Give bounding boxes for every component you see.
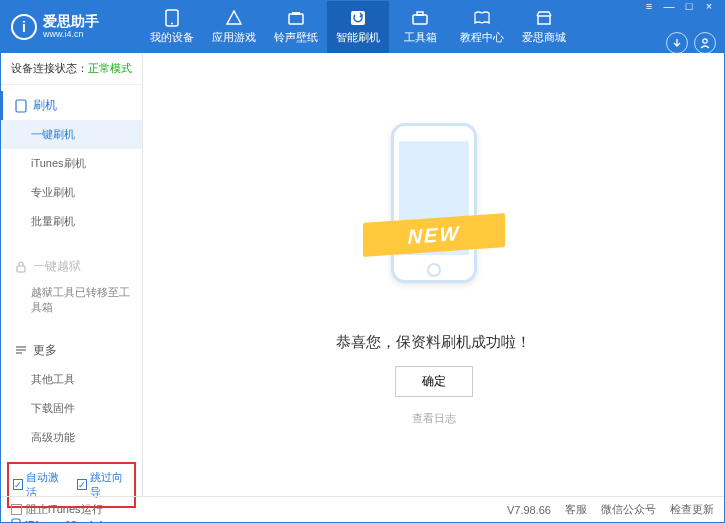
svg-rect-4 xyxy=(351,11,365,25)
brand-name: 爱思助手 xyxy=(43,14,99,29)
logo-area: i 爱思助手 www.i4.cn xyxy=(11,14,141,40)
sidebar: 设备连接状态：正常模式 刷机 一键刷机 iTunes刷机 专业刷机 批量刷机 一… xyxy=(1,53,143,496)
svg-rect-7 xyxy=(538,16,550,24)
svg-rect-3 xyxy=(292,12,300,15)
group-title: 一键越狱 xyxy=(33,258,81,275)
nav-label: 智能刷机 xyxy=(336,30,380,45)
svg-rect-9 xyxy=(16,100,26,112)
svg-rect-10 xyxy=(17,266,25,272)
sidebar-header-flash[interactable]: 刷机 xyxy=(1,91,142,120)
conn-label: 设备连接状态： xyxy=(11,62,88,74)
group-title: 更多 xyxy=(33,342,57,359)
apps-icon xyxy=(225,9,243,27)
sidebar-group-flash: 刷机 一键刷机 iTunes刷机 专业刷机 批量刷机 xyxy=(1,85,142,242)
close-button[interactable]: × xyxy=(702,0,716,12)
main-content: NEW 恭喜您，保资料刷机成功啦！ 确定 查看日志 xyxy=(143,53,724,496)
status-bar: 阻止iTunes运行 V7.98.66 客服 微信公众号 检查更新 xyxy=(1,496,724,522)
store-icon xyxy=(535,9,553,27)
connection-status: 设备连接状态：正常模式 xyxy=(1,53,142,85)
checkbox-icon: ✓ xyxy=(13,479,23,490)
sidebar-item-advanced[interactable]: 高级功能 xyxy=(1,423,142,452)
checkbox-icon: ✓ xyxy=(77,479,87,490)
minimize-button[interactable]: — xyxy=(662,0,676,12)
new-ribbon: NEW xyxy=(363,213,505,257)
list-icon xyxy=(15,345,27,355)
brand-url: www.i4.cn xyxy=(43,30,99,40)
success-message: 恭喜您，保资料刷机成功啦！ xyxy=(336,333,531,352)
nav-flash[interactable]: 智能刷机 xyxy=(327,1,389,53)
group-title: 刷机 xyxy=(33,97,57,114)
nav-store[interactable]: 爱思商城 xyxy=(513,1,575,53)
conn-value: 正常模式 xyxy=(88,62,132,74)
checkbox-label: 阻止iTunes运行 xyxy=(26,502,103,517)
top-nav: 我的设备 应用游戏 铃声壁纸 智能刷机 工具箱 教程中心 xyxy=(141,1,642,53)
version-label: V7.98.66 xyxy=(507,504,551,516)
nav-tutorials[interactable]: 教程中心 xyxy=(451,1,513,53)
phone-illustration: NEW xyxy=(369,123,499,303)
svg-rect-2 xyxy=(289,14,303,24)
nav-my-device[interactable]: 我的设备 xyxy=(141,1,203,53)
nav-label: 工具箱 xyxy=(404,30,437,45)
maximize-button[interactable]: □ xyxy=(682,0,696,12)
svg-rect-5 xyxy=(413,15,427,24)
sidebar-item-download-fw[interactable]: 下载固件 xyxy=(1,394,142,423)
jailbreak-note: 越狱工具已转移至工具箱 xyxy=(1,281,142,320)
wallpaper-icon xyxy=(287,9,305,27)
nav-label: 铃声壁纸 xyxy=(274,30,318,45)
sidebar-header-more[interactable]: 更多 xyxy=(1,336,142,365)
svg-point-1 xyxy=(171,23,173,25)
sidebar-item-pro-flash[interactable]: 专业刷机 xyxy=(1,178,142,207)
sidebar-group-more: 更多 其他工具 下载固件 高级功能 xyxy=(1,330,142,458)
view-log-link[interactable]: 查看日志 xyxy=(412,411,456,426)
checkbox-block-itunes[interactable]: 阻止iTunes运行 xyxy=(11,502,103,517)
window-controls: ≡ — □ × xyxy=(642,0,716,12)
nav-label: 爱思商城 xyxy=(522,30,566,45)
svg-point-8 xyxy=(703,39,707,43)
sidebar-item-itunes-flash[interactable]: iTunes刷机 xyxy=(1,149,142,178)
download-icon xyxy=(671,37,683,49)
sidebar-item-other-tools[interactable]: 其他工具 xyxy=(1,365,142,394)
app-window: i 爱思助手 www.i4.cn 我的设备 应用游戏 铃声壁纸 智能刷机 xyxy=(0,0,725,523)
svg-rect-6 xyxy=(417,12,423,15)
wechat-link[interactable]: 微信公众号 xyxy=(601,502,656,517)
download-button[interactable] xyxy=(666,32,688,54)
nav-ringtones[interactable]: 铃声壁纸 xyxy=(265,1,327,53)
nav-label: 教程中心 xyxy=(460,30,504,45)
flash-icon xyxy=(349,9,367,27)
logo-icon: i xyxy=(11,14,37,40)
update-link[interactable]: 检查更新 xyxy=(670,502,714,517)
checkbox-icon xyxy=(11,504,22,515)
nav-apps[interactable]: 应用游戏 xyxy=(203,1,265,53)
toolbox-icon xyxy=(411,9,429,27)
nav-label: 我的设备 xyxy=(150,30,194,45)
body: 设备连接状态：正常模式 刷机 一键刷机 iTunes刷机 专业刷机 批量刷机 一… xyxy=(1,53,724,496)
nav-toolbox[interactable]: 工具箱 xyxy=(389,1,451,53)
sidebar-header-jailbreak: 一键越狱 xyxy=(1,252,142,281)
sidebar-group-jailbreak: 一键越狱 越狱工具已转移至工具箱 xyxy=(1,246,142,326)
phone-icon xyxy=(15,99,27,113)
book-icon xyxy=(473,9,491,27)
ok-button[interactable]: 确定 xyxy=(395,366,473,397)
support-link[interactable]: 客服 xyxy=(565,502,587,517)
title-bar: i 爱思助手 www.i4.cn 我的设备 应用游戏 铃声壁纸 智能刷机 xyxy=(1,1,724,53)
status-right: V7.98.66 客服 微信公众号 检查更新 xyxy=(507,502,714,517)
nav-label: 应用游戏 xyxy=(212,30,256,45)
account-button[interactable] xyxy=(694,32,716,54)
phone-icon xyxy=(163,9,181,27)
title-right: ≡ — □ × xyxy=(642,0,716,54)
lock-icon xyxy=(15,261,27,273)
sidebar-item-batch-flash[interactable]: 批量刷机 xyxy=(1,207,142,236)
user-icon xyxy=(699,37,711,49)
sidebar-item-oneclick-flash[interactable]: 一键刷机 xyxy=(1,120,142,149)
menu-button[interactable]: ≡ xyxy=(642,0,656,12)
